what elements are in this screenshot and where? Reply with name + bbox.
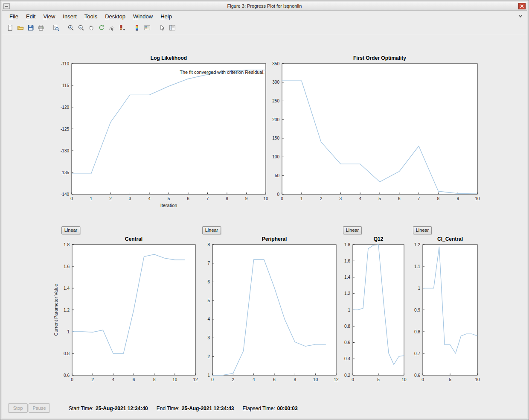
data-cursor-icon[interactable] (107, 23, 116, 33)
zoom-in-icon[interactable] (66, 23, 76, 33)
print-preview-icon[interactable] (51, 23, 61, 33)
chart-central[interactable]: 0246810120.60.811.21.41.61.8CentralCurre… (45, 234, 205, 389)
svg-text:-110: -110 (61, 61, 70, 66)
edit-plot-icon[interactable] (157, 23, 167, 33)
end-time-label: End Time: (157, 405, 180, 411)
svg-text:1: 1 (90, 196, 93, 201)
svg-text:3: 3 (129, 196, 131, 201)
zoom-out-icon[interactable] (76, 23, 86, 33)
svg-text:300: 300 (272, 80, 279, 85)
status-line: Start Time: 25-Aug-2021 12:34:40 End Tim… (69, 404, 306, 413)
svg-text:10: 10 (313, 377, 318, 382)
cl-central-scale-button[interactable]: Linear (413, 226, 432, 234)
svg-text:0: 0 (70, 196, 73, 201)
svg-text:-130: -130 (61, 149, 69, 153)
svg-text:0.8: 0.8 (64, 351, 70, 356)
dock-figure-icon[interactable] (518, 14, 523, 18)
svg-text:5: 5 (207, 298, 210, 303)
end-time-value: 25-Aug-2021 12:34:43 (182, 405, 234, 411)
svg-text:8: 8 (207, 242, 210, 247)
svg-text:2: 2 (207, 354, 210, 359)
svg-text:Q12: Q12 (374, 236, 384, 242)
svg-text:-125: -125 (61, 127, 69, 131)
close-button[interactable] (518, 3, 526, 9)
svg-text:1: 1 (300, 196, 303, 201)
insert-legend-icon[interactable] (142, 23, 152, 33)
svg-text:10: 10 (475, 196, 480, 201)
svg-text:-115: -115 (61, 83, 70, 88)
brush-icon[interactable] (117, 23, 127, 33)
chart-cl-central[interactable]: 05100.60.70.80.911.11.2Cl_Central (408, 234, 482, 389)
rotate-3d-icon[interactable] (96, 23, 106, 33)
chart-first-order-optimality[interactable]: 012345678910050100150200250300350First O… (256, 54, 497, 212)
menu-insert[interactable]: Insert (59, 12, 81, 21)
svg-text:0: 0 (71, 377, 73, 382)
svg-text:4: 4 (359, 196, 361, 201)
central-scale-button[interactable]: Linear (61, 226, 80, 234)
svg-text:-135: -135 (61, 170, 69, 175)
elapsed-time-value: 00:00:03 (277, 405, 298, 411)
svg-text:250: 250 (272, 99, 279, 103)
svg-text:0.7: 0.7 (414, 351, 420, 356)
start-time-value: 25-Aug-2021 12:34:40 (96, 405, 148, 411)
svg-text:0: 0 (281, 196, 283, 201)
svg-text:4: 4 (207, 317, 210, 321)
svg-text:5: 5 (449, 377, 451, 382)
svg-text:5: 5 (377, 377, 380, 382)
menu-tools[interactable]: Tools (81, 12, 101, 21)
svg-text:1.4: 1.4 (64, 286, 70, 291)
svg-text:6: 6 (187, 196, 189, 201)
pause-button[interactable]: Pause (29, 403, 50, 413)
svg-text:1.6: 1.6 (64, 264, 70, 269)
svg-text:Iteration: Iteration (160, 203, 177, 208)
svg-text:0: 0 (352, 377, 354, 382)
menu-file[interactable]: File (6, 12, 22, 21)
svg-text:0.6: 0.6 (344, 340, 350, 345)
svg-text:200: 200 (272, 117, 279, 122)
q12-scale-button[interactable]: Linear (343, 226, 362, 234)
svg-text:1.2: 1.2 (64, 308, 70, 312)
svg-text:10: 10 (475, 377, 480, 382)
new-figure-icon[interactable] (5, 23, 15, 33)
svg-text:First Order Optimality: First Order Optimality (353, 55, 406, 61)
svg-text:6: 6 (207, 280, 210, 284)
peripheral-scale-button[interactable]: Linear (202, 226, 221, 234)
menu-view[interactable]: View (39, 12, 59, 21)
chart-log-likelihood[interactable]: 012345678910-140-135-130-125-120-115-110… (43, 54, 282, 212)
svg-text:Current Parameter Value: Current Parameter Value (53, 284, 58, 335)
chart-peripheral[interactable]: 02468101212345678Peripheral (201, 234, 342, 389)
pan-icon[interactable] (86, 23, 96, 33)
save-figure-icon[interactable] (26, 23, 35, 33)
chart-q12[interactable]: 05100.20.40.60.811.21.41.61.8Q12 (337, 234, 410, 389)
svg-text:0: 0 (277, 192, 279, 197)
svg-text:3: 3 (207, 335, 210, 340)
figure-toolbar (2, 22, 527, 34)
svg-text:2: 2 (109, 196, 112, 201)
svg-text:8: 8 (437, 196, 440, 201)
svg-text:10: 10 (401, 377, 407, 382)
title-bar: Figure 3: Progress Plot for lsqnonlin (2, 2, 527, 11)
svg-text:50: 50 (275, 173, 280, 178)
svg-text:0.9: 0.9 (414, 308, 420, 312)
svg-text:The fit converged with criteri: The fit converged with criterion Residua… (180, 70, 264, 75)
print-figure-icon[interactable] (36, 23, 46, 33)
svg-text:1.2: 1.2 (344, 291, 350, 296)
svg-text:3: 3 (340, 196, 342, 201)
svg-text:1: 1 (348, 308, 350, 312)
window-title: Figure 3: Progress Plot for lsqnonlin (2, 3, 527, 9)
menu-desktop[interactable]: Desktop (101, 12, 129, 21)
svg-text:Cl_Central: Cl_Central (437, 236, 463, 242)
svg-text:1: 1 (207, 373, 210, 378)
svg-text:350: 350 (272, 61, 279, 66)
svg-text:0.4: 0.4 (344, 356, 350, 361)
menu-edit[interactable]: Edit (22, 12, 39, 21)
insert-colorbar-icon[interactable] (132, 23, 142, 33)
svg-text:Peripheral: Peripheral (262, 236, 287, 242)
plot-browser-icon[interactable] (167, 23, 177, 33)
svg-text:4: 4 (148, 196, 151, 201)
svg-text:10: 10 (172, 377, 177, 382)
menu-help[interactable]: Help (157, 12, 176, 21)
menu-window[interactable]: Window (129, 12, 157, 21)
open-file-icon[interactable] (15, 23, 25, 33)
stop-button[interactable]: Stop (8, 403, 28, 413)
